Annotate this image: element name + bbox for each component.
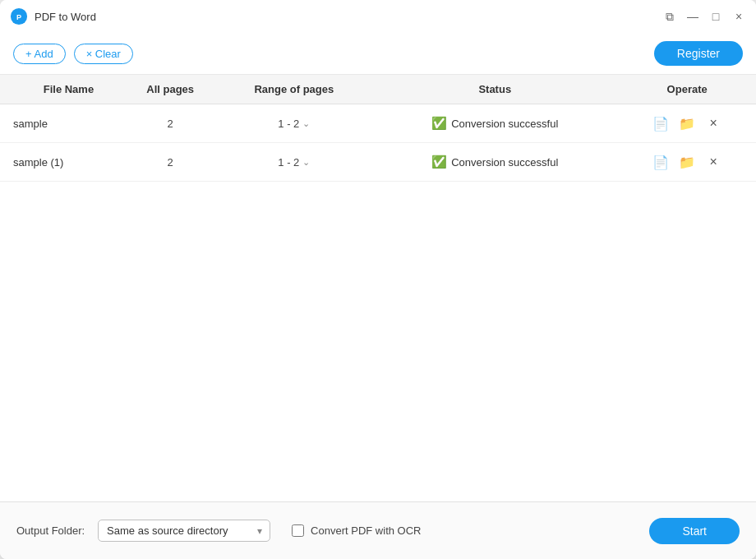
window-controls: ⧉ — □ ×: [662, 9, 746, 24]
app-icon: P: [10, 7, 28, 25]
register-button[interactable]: Register: [654, 41, 743, 66]
svg-text:P: P: [16, 13, 21, 21]
app-title: PDF to Word: [35, 11, 662, 23]
remove-icon[interactable]: ×: [704, 153, 722, 171]
table-row: sample (1)21 - 2 ⌄✅Conversion successful…: [0, 143, 756, 182]
close-icon[interactable]: ×: [731, 9, 746, 24]
table-row: sample21 - 2 ⌄✅Conversion successful 📄 📁…: [0, 104, 756, 143]
cell-filename: sample (1): [0, 143, 124, 182]
col-range: Range of pages: [217, 75, 372, 104]
col-allpages: All pages: [124, 75, 217, 104]
col-status: Status: [371, 75, 618, 104]
cell-status: ✅Conversion successful: [371, 104, 618, 143]
operate-buttons: 📄 📁 ×: [618, 114, 756, 132]
status-text: Conversion successful: [451, 156, 558, 169]
cell-status: ✅Conversion successful: [371, 143, 618, 182]
cell-operate: 📄 📁 ×: [618, 104, 756, 143]
output-folder-label: Output Folder:: [16, 524, 85, 537]
cell-range[interactable]: 1 - 2 ⌄: [217, 143, 372, 182]
start-button[interactable]: Start: [649, 518, 740, 544]
footer: Output Folder: Same as source directory …: [0, 501, 756, 559]
status-success: ✅Conversion successful: [371, 155, 618, 169]
cell-allpages: 2: [124, 104, 217, 143]
check-circle-icon: ✅: [431, 155, 447, 169]
title-bar: P PDF to Word ⧉ — □ ×: [0, 0, 756, 33]
range-selector[interactable]: 1 - 2 ⌄: [278, 118, 310, 130]
minimize-icon[interactable]: —: [685, 9, 700, 24]
ocr-checkbox[interactable]: [292, 524, 304, 537]
col-filename: File Name: [0, 75, 124, 104]
open-folder-icon[interactable]: 📁: [678, 114, 696, 132]
status-text: Conversion successful: [451, 118, 558, 130]
ocr-section: Convert PDF with OCR: [292, 524, 421, 537]
maximize-icon[interactable]: □: [708, 9, 723, 24]
cell-allpages: 2: [124, 143, 217, 182]
toolbar: + Add × Clear Register: [0, 33, 756, 74]
table-body: sample21 - 2 ⌄✅Conversion successful 📄 📁…: [0, 104, 756, 182]
check-circle-icon: ✅: [431, 116, 447, 131]
operate-buttons: 📄 📁 ×: [618, 153, 756, 171]
table-header: File Name All pages Range of pages Statu…: [0, 75, 756, 104]
open-file-icon[interactable]: 📄: [652, 153, 670, 171]
chevron-down-icon: ⌄: [302, 118, 310, 129]
output-folder-select[interactable]: Same as source directory: [98, 520, 270, 542]
chevron-down-icon: ⌄: [302, 157, 310, 168]
range-selector[interactable]: 1 - 2 ⌄: [278, 156, 310, 169]
open-file-icon[interactable]: 📄: [652, 114, 670, 132]
cell-range[interactable]: 1 - 2 ⌄: [217, 104, 372, 143]
col-operate: Operate: [618, 75, 756, 104]
clear-button[interactable]: × Clear: [74, 44, 133, 64]
output-folder-select-wrapper: Same as source directory ▾: [98, 520, 270, 542]
cell-operate: 📄 📁 ×: [618, 143, 756, 182]
ocr-label[interactable]: Convert PDF with OCR: [311, 524, 421, 537]
open-folder-icon[interactable]: 📁: [678, 153, 696, 171]
app-window: P PDF to Word ⧉ — □ × + Add × Clear Regi…: [0, 0, 756, 559]
add-button[interactable]: + Add: [13, 44, 66, 64]
remove-icon[interactable]: ×: [704, 114, 722, 132]
cell-filename: sample: [0, 104, 124, 143]
restore-icon[interactable]: ⧉: [662, 9, 677, 24]
file-table: File Name All pages Range of pages Statu…: [0, 75, 756, 182]
status-success: ✅Conversion successful: [371, 116, 618, 131]
file-table-container: File Name All pages Range of pages Statu…: [0, 74, 756, 501]
